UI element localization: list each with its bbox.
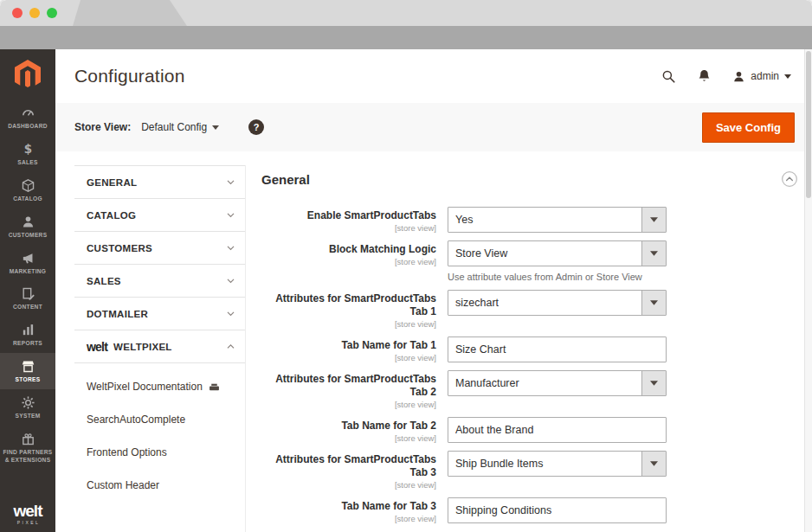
admin-user-menu[interactable]: admin [732,70,791,83]
config-section-label: GENERAL [87,177,137,188]
sidebar-item-customers[interactable]: CUSTOMERS [0,208,55,245]
magento-logo-icon[interactable] [15,60,41,93]
field-label: Attributes for SmartProductTabs Tab 1 [261,292,436,318]
svg-text:$: $ [23,143,31,156]
sidebar-item-stores[interactable]: STORES [0,353,55,389]
dropdown-arrow-icon[interactable] [641,452,666,476]
partners-icon [21,432,35,446]
config-section-title: DOTMAILER [87,309,148,319]
window-zoom-button[interactable] [47,8,57,18]
config-nav-subitems: WeltPixel DocumentationSearchAutoComplet… [74,363,245,502]
save-config-button[interactable]: Save Config [702,112,795,143]
field-scope-label: [store view] [261,480,436,490]
config-subitem-frontend-options[interactable]: Frontend Options [87,436,245,469]
sidebar-item-system[interactable]: SYSTEM [0,389,55,426]
header-actions: admin [661,68,791,84]
weltpixel-mini-logo: welt [87,340,107,354]
config-subitem-label: SearchAutoComplete [87,413,185,426]
browser-tab[interactable] [73,0,187,26]
config-nav-sections: GENERALCATALOGCUSTOMERSSALESDOTMAILERwel… [74,165,245,363]
sidebar-item-label: STORES [16,376,41,384]
sidebar-item-content[interactable]: CONTENT [0,280,55,317]
window-minimize-button[interactable] [29,8,40,18]
tab-name-for-tab-1-input[interactable] [448,337,667,362]
select-value: Manufacturer [448,371,641,395]
config-section-label: CUSTOMERS [87,243,152,253]
field-scope-label: [store view] [261,257,436,266]
tab-name-for-tab-3-input[interactable] [448,497,667,523]
attributes-for-smartproducttabs-tab-3-select[interactable]: Ship Bundle Items [448,451,667,477]
field-control-col: Manufacturer [448,370,798,409]
form-fields: Enable SmartProductTabs[store view]YesBl… [261,207,798,523]
stores-icon [21,359,35,374]
config-nav: GENERALCATALOGCUSTOMERSSALESDOTMAILERwel… [74,165,246,532]
dropdown-arrow-icon[interactable] [641,241,666,266]
sidebar-nav: DASHBOARD$SALESCATALOGCUSTOMERSMARKETING… [0,99,55,470]
chevron-down-icon [225,242,236,253]
collapse-section-icon[interactable] [781,170,798,188]
config-section-customers[interactable]: CUSTOMERS [74,232,245,265]
sidebar-item-sales[interactable]: $SALES [0,136,55,172]
config-subitem-label: Custom Header [87,479,159,491]
config-section-dotmailer[interactable]: DOTMAILER [74,298,245,330]
chevron-down-icon [225,275,236,286]
section-header: General [261,170,798,188]
window-close-button[interactable] [12,8,23,18]
admin-app: DASHBOARD$SALESCATALOGCUSTOMERSMARKETING… [0,49,812,532]
store-view-selector[interactable]: Default Config [141,121,219,133]
weltpixel-logo-subtext: PIXEL [16,520,41,525]
config-subitem-searchautocomplete[interactable]: SearchAutoComplete [87,403,245,436]
search-icon[interactable] [661,68,676,84]
field-control-col [448,417,798,443]
window-controls [12,8,57,18]
config-section-catalog[interactable]: CATALOG [74,199,245,232]
tab-name-for-tab-2-input[interactable] [448,417,667,443]
sidebar-item-reports[interactable]: REPORTS [0,317,55,353]
field-row-enable-smartproducttabs: Enable SmartProductTabs[store view]Yes [261,207,798,233]
browser-toolbar [0,26,812,49]
dropdown-arrow-icon[interactable] [641,371,666,395]
dashboard-icon [21,106,35,120]
sidebar-item-label: SALES [17,159,37,167]
config-subitem-custom-header[interactable]: Custom Header [87,469,245,502]
config-section-sales[interactable]: SALES [74,265,245,298]
enable-smartproducttabs-select[interactable]: Yes [448,207,667,233]
config-subitem-label: Frontend Options [87,446,167,458]
dropdown-arrow-icon[interactable] [641,291,666,315]
field-label: Block Matching Logic [261,243,436,256]
browser-window: DASHBOARD$SALESCATALOGCUSTOMERSMARKETING… [0,0,812,532]
sidebar-item-label: CONTENT [13,304,42,311]
field-label-col: Attributes for SmartProductTabs Tab 1[st… [261,290,448,329]
field-row-attributes-for-smartproducttabs-tab-1: Attributes for SmartProductTabs Tab 1[st… [261,290,798,329]
scrollbar[interactable] [804,49,812,532]
attributes-for-smartproducttabs-tab-1-select[interactable]: sizechart [448,290,667,316]
config-section-general[interactable]: GENERAL [74,166,245,199]
block-matching-logic-select[interactable]: Store View [448,240,667,266]
dropdown-arrow-icon[interactable] [641,208,666,232]
field-row-tab-name-for-tab-1: Tab Name for Tab 1[store view] [261,337,798,362]
notifications-bell-icon[interactable] [697,68,712,84]
config-subitem-label: WeltPixel Documentation [87,381,203,393]
sidebar-item-catalog[interactable]: CATALOG [0,172,55,208]
weltpixel-logo-text: welt [14,503,42,519]
config-section-title: SALES [87,276,121,286]
config-section-weltpixel[interactable]: weltWELTPIXEL [74,330,245,363]
help-icon[interactable]: ? [248,119,264,135]
attributes-for-smartproducttabs-tab-2-select[interactable]: Manufacturer [448,370,667,396]
sidebar-item-find-partners-extensions[interactable]: FIND PARTNERS & EXTENSIONS [0,426,55,470]
config-subitem-weltpixel-documentation[interactable]: WeltPixel Documentation [87,370,245,403]
admin-user-label: admin [751,70,779,82]
field-label-col: Enable SmartProductTabs[store view] [261,207,448,233]
field-scope-label: [store view] [261,319,436,329]
chevron-up-icon [225,341,236,352]
chevron-down-icon [225,176,236,188]
sidebar-item-marketing[interactable]: MARKETING [0,245,55,281]
config-section-label: SALES [87,276,121,286]
sidebar-item-label: FIND PARTNERS & EXTENSIONS [2,449,54,465]
config-section-title: weltWELTPIXEL [87,340,172,354]
sidebar-item-dashboard[interactable]: DASHBOARD [0,99,55,136]
config-section-title: CATALOG [87,210,136,221]
field-control-col: sizechart [448,290,798,329]
scrollbar-thumb[interactable] [806,51,811,198]
field-row-tab-name-for-tab-2: Tab Name for Tab 2[store view] [261,417,798,443]
